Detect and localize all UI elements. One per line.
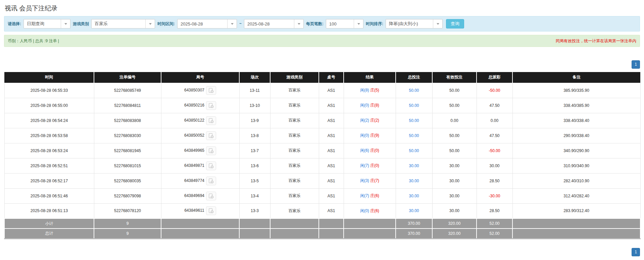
page-size-select[interactable]: 100 <box>326 19 363 28</box>
total-bet-link[interactable]: 50.00 <box>409 118 419 123</box>
cell-valid-bet: 0.00 <box>432 113 477 128</box>
time-sort-value: 降幂(由大到小) <box>386 21 433 27</box>
result-banker: 庄(6) <box>370 193 379 198</box>
video-replay-icon[interactable] <box>206 86 216 95</box>
total-bet-link[interactable]: 50.00 <box>409 148 419 153</box>
column-header: 桌号 <box>319 72 344 83</box>
cell-table-no: AS1 <box>319 158 344 173</box>
column-header: 游戏类别 <box>270 72 319 83</box>
cell-valid-bet: 30.00 <box>432 158 477 173</box>
game-type-select[interactable]: 百家乐 <box>91 19 155 28</box>
cell-game: 百家乐 <box>270 188 319 203</box>
cell-total-bet: 50.00 <box>396 83 432 98</box>
time-sort-select[interactable]: 降幂(由大到小) <box>386 19 443 28</box>
cell-bet-id: 522768081945 <box>94 143 161 158</box>
cell-round: 643849965 <box>161 143 239 158</box>
page-button-1[interactable]: 1 <box>632 248 640 256</box>
summary-total-bet: 370.00 <box>396 229 432 239</box>
summary-count: 9 <box>94 218 161 229</box>
cell-bet-id: 522768084811 <box>94 98 161 113</box>
cell-game: 百家乐 <box>270 98 319 113</box>
summary-total-bet: 370.00 <box>396 218 432 229</box>
cell-game: 百家乐 <box>270 203 319 218</box>
cell-note: 338.40/385.90 <box>512 98 640 113</box>
cell-game: 百家乐 <box>270 173 319 188</box>
cell-round: 643850052 <box>161 128 239 143</box>
cell-table-no: AS1 <box>319 173 344 188</box>
cell-game: 百家乐 <box>270 83 319 98</box>
query-mode-select[interactable]: 日期查询 <box>23 19 70 28</box>
cell-payout: 30.00 <box>477 158 512 173</box>
result-banker: 庄(5) <box>370 88 379 92</box>
cell-total-bet: 50.00 <box>396 128 432 143</box>
table-row: 2025-08-28 06:51:46 522768079098 6438496… <box>4 188 640 203</box>
cell-game: 百家乐 <box>270 128 319 143</box>
date-to-select[interactable]: 2025-08-28 <box>244 19 304 28</box>
cell-total-bet: 50.00 <box>396 113 432 128</box>
cell-game: 百家乐 <box>270 158 319 173</box>
video-replay-icon[interactable] <box>206 161 216 170</box>
total-bet-link[interactable]: 30.00 <box>409 164 419 168</box>
summary-valid-bet: 320.00 <box>432 218 477 229</box>
cell-valid-bet: 50.00 <box>432 98 477 113</box>
cell-bet-id: 522768083030 <box>94 128 161 143</box>
cell-valid-bet: 30.00 <box>432 173 477 188</box>
video-replay-icon[interactable] <box>206 131 216 140</box>
cell-session: 13-9 <box>239 113 270 128</box>
total-bet-link[interactable]: 30.00 <box>409 179 419 183</box>
result-player: 闲(2) <box>360 118 369 123</box>
result-banker: 庄(8) <box>370 103 379 108</box>
cell-payout: -50.00 <box>477 83 512 98</box>
page-button-1[interactable]: 1 <box>632 60 640 69</box>
total-bet-link[interactable]: 50.00 <box>409 88 419 93</box>
cell-total-bet: 50.00 <box>396 143 432 158</box>
video-replay-icon[interactable] <box>206 177 216 185</box>
column-header: 局号 <box>161 72 239 83</box>
cell-valid-bet: 50.00 <box>432 143 477 158</box>
cell-note: 385.90/335.90 <box>512 83 640 98</box>
date-from-select[interactable]: 2025-08-28 <box>177 19 237 28</box>
total-bet-link[interactable]: 50.00 <box>409 133 419 138</box>
records-table: 时间注单编号局号场次游戏类别桌号结果总投注有效投注总派彩备注 2025-08-2… <box>4 72 641 239</box>
cell-session: 13-6 <box>239 158 270 173</box>
cell-result: 闲(0) 庄(8) <box>344 98 396 113</box>
video-replay-icon[interactable] <box>206 116 216 125</box>
table-row: 2025-08-28 06:52:17 522768080035 6438497… <box>4 173 640 188</box>
cell-time: 2025-08-28 06:51:13 <box>4 203 94 218</box>
cell-table-no: AS1 <box>319 203 344 218</box>
table-row: 2025-08-28 06:53:58 522768083030 6438500… <box>4 128 640 143</box>
date-from-value: 2025-08-28 <box>178 21 227 26</box>
cell-time: 2025-08-28 06:55:00 <box>4 98 94 113</box>
cell-payout: 28.50 <box>477 173 512 188</box>
cell-total-bet: 30.00 <box>396 188 432 203</box>
query-button[interactable]: 查询 <box>446 19 464 28</box>
notice-text: 同局有效投注，统一计算在该局第一张注单内 <box>556 38 636 44</box>
video-replay-icon[interactable] <box>206 146 216 155</box>
cell-payout: 47.50 <box>477 98 512 113</box>
game-type-value: 百家乐 <box>92 21 145 27</box>
table-summary-row: 总计 9 370.00 320.00 52.00 <box>4 229 640 239</box>
total-bet-link[interactable]: 50.00 <box>409 103 419 108</box>
cell-total-bet: 30.00 <box>396 158 432 173</box>
cell-payout: 47.50 <box>477 128 512 143</box>
result-player: 闲(0) <box>360 103 369 108</box>
cell-result: 闲(0) 庄(9) <box>344 128 396 143</box>
cell-total-bet: 30.00 <box>396 203 432 218</box>
chevron-down-icon <box>227 19 237 28</box>
cell-time: 2025-08-28 06:55:33 <box>4 83 94 98</box>
video-replay-icon[interactable] <box>206 192 216 200</box>
table-header-row: 时间注单编号局号场次游戏类别桌号结果总投注有效投注总派彩备注 <box>4 72 640 83</box>
video-replay-icon[interactable] <box>206 101 216 110</box>
table-row: 2025-08-28 06:54:24 522768083808 6438501… <box>4 113 640 128</box>
cell-note: 283.90/312.40 <box>512 203 640 218</box>
video-replay-icon[interactable] <box>206 206 216 215</box>
chevron-down-icon <box>294 19 303 28</box>
total-bet-link[interactable]: 30.00 <box>409 208 419 213</box>
total-bet-link[interactable]: 30.00 <box>409 194 419 198</box>
cell-bet-id: 522768078120 <box>94 203 161 218</box>
cell-note: 282.40/310.90 <box>512 173 640 188</box>
cell-bet-id: 522768079098 <box>94 188 161 203</box>
cell-session: 13-3 <box>239 203 270 218</box>
cell-note: 290.90/338.40 <box>512 128 640 143</box>
page-title: 视讯 会员下注纪录 <box>4 0 640 16</box>
